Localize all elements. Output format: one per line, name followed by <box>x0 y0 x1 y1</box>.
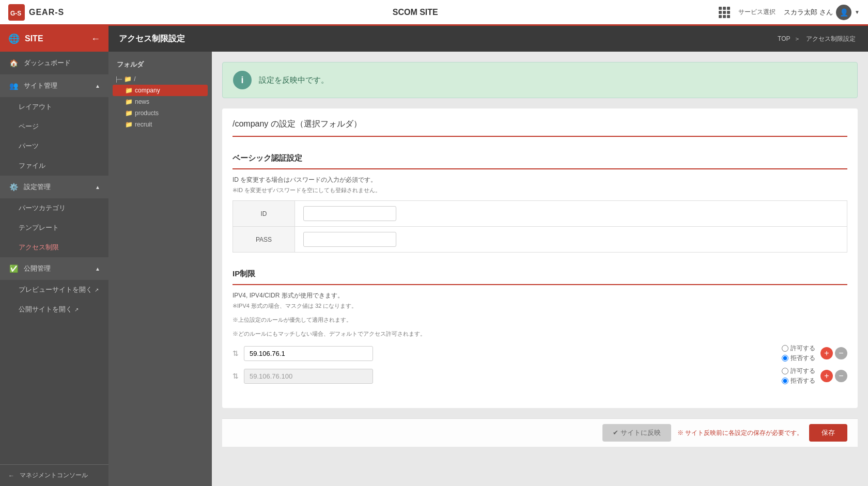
sidebar-header: 🌐 SITE ← <box>0 26 109 52</box>
sidebar-item-page[interactable]: ページ <box>0 117 109 136</box>
breadcrumb: TOP ＞ アクセス制限設定 <box>778 35 858 43</box>
folder-root[interactable]: ├─ 📁 / <box>113 73 208 85</box>
site-mgmt-icon: 👥 <box>8 81 19 91</box>
avatar: 👤 <box>836 5 851 20</box>
sidebar-page-label: ページ <box>19 122 39 131</box>
auth-id-input[interactable] <box>303 206 396 221</box>
breadcrumb-top[interactable]: TOP <box>778 35 790 42</box>
sidebar-section-settings[interactable]: ⚙️ 設定管理 ▲ <box>0 176 109 198</box>
sidebar-item-preview[interactable]: プレビューサイトを開く ↗ <box>0 280 109 300</box>
ip-allow-text-2: 許可する <box>791 367 815 375</box>
grid-icon[interactable] <box>719 7 730 18</box>
ip-deny-text-2: 拒否する <box>791 377 815 385</box>
ip-deny-radio-2[interactable] <box>782 378 788 384</box>
ip-input-2[interactable] <box>244 369 373 384</box>
auth-row-pass: PASS <box>233 227 847 253</box>
sidebar-item-layout[interactable]: レイアウト <box>0 97 109 117</box>
folder-company-label: company <box>135 87 160 94</box>
settings-block: /company の設定（選択フォルダ） ベーシック認証設定 ID を変更する場… <box>222 108 858 408</box>
sidebar-item-template[interactable]: テンプレート <box>0 218 109 238</box>
ip-remove-button-2[interactable]: − <box>835 370 847 382</box>
folder-root-icon: 📁 <box>124 75 132 83</box>
folder-item-products[interactable]: 📁 products <box>113 107 208 119</box>
sidebar-item-public-site[interactable]: 公開サイトを開く ↗ <box>0 300 109 319</box>
folder-products-label: products <box>135 109 159 117</box>
ip-deny-label-1[interactable]: 拒否する <box>782 354 815 363</box>
sidebar-mgmt-console[interactable]: ← マネジメントコンソール <box>0 465 109 486</box>
folder-tree-icon: ├─ <box>115 76 122 82</box>
sidebar-footer: ← マネジメントコンソール <box>0 464 109 486</box>
sidebar-item-dashboard-label: ダッシュボード <box>24 58 71 68</box>
service-select-label[interactable]: サービス選択 <box>738 8 776 17</box>
sidebar-section-publish[interactable]: ✅ 公開管理 ▲ <box>0 257 109 280</box>
publish-chevron-icon: ▲ <box>95 266 100 272</box>
ip-input-1[interactable] <box>244 346 373 361</box>
sidebar-header-title: SITE <box>25 34 43 43</box>
ip-add-button-1[interactable]: + <box>820 347 833 359</box>
site-title: SCOM SITE <box>112 8 719 17</box>
user-info: スカラ太郎 さん 👤 ▼ <box>784 5 860 20</box>
ip-section: IP制限 IPV4, IPV4/CIDR 形式が使用できます。 ※IPV4 形式… <box>233 261 847 398</box>
sidebar-item-parts[interactable]: パーツ <box>0 136 109 156</box>
folder-tree: ├─ 📁 / 📁 company 📁 news 📁 products <box>113 73 208 130</box>
ip-note4: ※どのルールにもマッチしない場合、デフォルトでアクセス許可されます。 <box>233 330 847 338</box>
sidebar-item-dashboard[interactable]: 🏠 ダッシュボード <box>0 52 109 74</box>
sidebar-item-access[interactable]: アクセス制限 <box>0 238 109 257</box>
sidebar-item-file[interactable]: ファイル <box>0 156 109 176</box>
auth-pass-input[interactable] <box>303 232 396 247</box>
ip-allow-label-2[interactable]: 許可する <box>782 367 815 375</box>
user-chevron-icon[interactable]: ▼ <box>855 9 860 15</box>
folder-panel-title: フォルダ <box>113 58 208 73</box>
folder-company-icon: 📁 <box>125 87 133 94</box>
settings-chevron-icon: ▲ <box>95 184 100 190</box>
sidebar-preview-label: プレビューサイトを開く <box>19 285 92 294</box>
folder-panel: フォルダ ├─ 📁 / 📁 company 📁 news <box>109 52 212 486</box>
auth-id-label: ID <box>233 201 295 227</box>
top-bar: G-S GEAR-S SCOM SITE サービス選択 スカラ太郎 さん 👤 ▼ <box>0 0 868 26</box>
auth-table: ID PASS <box>233 200 847 253</box>
ip-drag-handle-2[interactable]: ⇅ <box>233 372 239 380</box>
ip-drag-handle-1[interactable]: ⇅ <box>233 349 239 357</box>
info-banner: i 設定を反映中です。 <box>222 62 858 98</box>
ip-allow-label-1[interactable]: 許可する <box>782 344 815 353</box>
folder-item-news[interactable]: 📁 news <box>113 96 208 107</box>
ip-deny-text-1: 拒否する <box>791 354 815 363</box>
ip-row-1: ⇅ 許可する 拒否する <box>233 344 847 363</box>
external-link-icon: ↗ <box>95 287 99 293</box>
main-content: i 設定を反映中です。 /company の設定（選択フォルダ） ベーシック認証… <box>212 52 868 486</box>
ip-note3: ※上位設定のルールが優先して適用されます。 <box>233 316 847 324</box>
apply-button[interactable]: ✔ サイトに反映 <box>602 424 671 442</box>
content-area: アクセス制限設定 TOP ＞ アクセス制限設定 フォルダ ├─ 📁 / <box>109 26 868 486</box>
ip-allow-radio-2[interactable] <box>782 368 788 374</box>
sidebar-section-site-mgmt[interactable]: 👥 サイト管理 ▲ <box>0 74 109 97</box>
folder-news-label: news <box>135 98 149 105</box>
dashboard-icon: 🏠 <box>8 58 19 68</box>
warning-text: ※ サイト反映前に各設定の保存が必要です。 <box>677 429 803 437</box>
sidebar-back-button[interactable]: ← <box>91 34 100 44</box>
ip-add-button-2[interactable]: + <box>820 370 833 382</box>
basic-auth-title: ベーシック認証設定 <box>233 153 847 169</box>
auth-row-id: ID <box>233 201 847 227</box>
ip-deny-radio-1[interactable] <box>782 355 788 362</box>
ip-deny-label-2[interactable]: 拒否する <box>782 377 815 385</box>
folder-item-recruit[interactable]: 📁 recruit <box>113 119 208 130</box>
folder-item-company[interactable]: 📁 company <box>113 85 208 96</box>
main-layout: 🌐 SITE ← 🏠 ダッシュボード 👥 サイト管理 ▲ レイアウト ページ パ… <box>0 26 868 486</box>
bottom-bar: ✔ サイトに反映 ※ サイト反映前に各設定の保存が必要です。 保存 <box>222 418 858 447</box>
sidebar-site-mgmt-label: サイト管理 <box>24 81 57 90</box>
ip-remove-button-1[interactable]: − <box>835 347 847 359</box>
publish-icon: ✅ <box>8 263 19 274</box>
ip-section-title: IP制限 <box>233 269 847 285</box>
mgmt-console-label: マネジメントコンソール <box>20 471 88 480</box>
save-button[interactable]: 保存 <box>809 424 847 442</box>
sidebar-parts-cat-label: パーツカテゴリ <box>19 203 66 213</box>
auth-pass-label: PASS <box>233 227 295 253</box>
folder-recruit-icon: 📁 <box>125 121 133 128</box>
ip-allow-radio-1[interactable] <box>782 345 788 352</box>
ip-radio-group-1: 許可する 拒否する <box>782 344 815 363</box>
site-mgmt-chevron-icon: ▲ <box>95 83 100 89</box>
sidebar-item-parts-cat[interactable]: パーツカテゴリ <box>0 198 109 218</box>
ip-allow-text-1: 許可する <box>791 344 815 353</box>
sidebar-layout-label: レイアウト <box>19 102 52 112</box>
top-right: サービス選択 スカラ太郎 さん 👤 ▼ <box>719 5 860 20</box>
